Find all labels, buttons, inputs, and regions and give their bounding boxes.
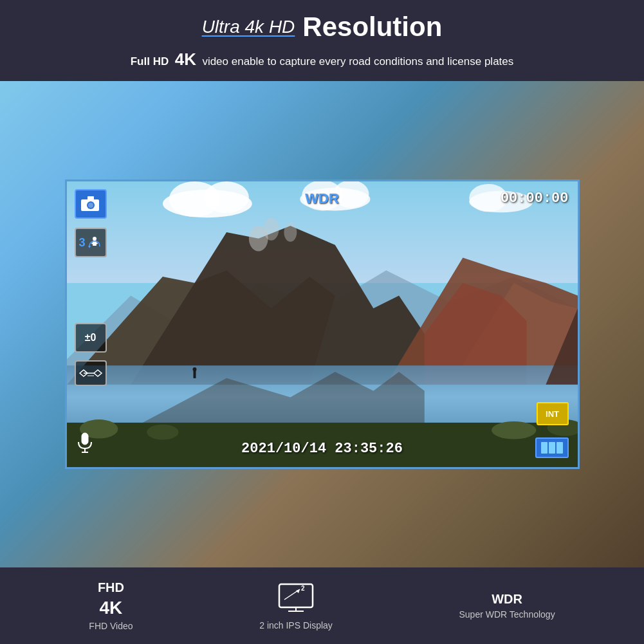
page-wrapper: Ultra 4k HD Resolution Full HD 4K video … bbox=[0, 0, 644, 644]
battery-bar-3 bbox=[557, 442, 563, 454]
ev-box: ±0 bbox=[75, 323, 107, 353]
wdr-text: WDR bbox=[305, 190, 339, 207]
loop-number: 3 bbox=[78, 236, 85, 250]
svg-point-34 bbox=[93, 237, 97, 241]
svg-marker-38 bbox=[88, 246, 91, 248]
wdr-label-sub: Super WDR Technology bbox=[459, 609, 555, 620]
resolution-label: Resolution bbox=[302, 12, 442, 42]
mic-svg bbox=[76, 432, 94, 454]
ev-label: ±0 bbox=[85, 332, 97, 344]
feature-display: 2 2 inch IPS Display bbox=[259, 582, 333, 630]
camera-section: 3 bbox=[0, 81, 644, 567]
battery-bar-1 bbox=[541, 442, 547, 454]
svg-text:2: 2 bbox=[301, 585, 305, 592]
svg-rect-45 bbox=[279, 584, 313, 607]
ultra4k-label: Ultra 4k HD bbox=[202, 17, 295, 37]
loop-icon-inner: 3 bbox=[78, 236, 102, 250]
camera-mode-icon bbox=[75, 189, 107, 219]
fullhd-label: Full HD bbox=[131, 55, 169, 68]
viewfinder: 3 bbox=[65, 179, 580, 469]
timecode: 00:00:00 bbox=[501, 190, 569, 207]
viewfinder-overlay: 3 bbox=[67, 181, 578, 467]
mic-icon bbox=[76, 432, 94, 458]
header-title-row: Ultra 4k HD Resolution bbox=[13, 12, 631, 42]
battery-icon bbox=[535, 437, 569, 458]
loop-icon-box: 3 bbox=[75, 228, 107, 257]
wdr-label-top: WDR bbox=[492, 592, 522, 607]
stabilizer-svg bbox=[78, 365, 103, 382]
feature-wdr: WDR Super WDR Technology bbox=[459, 592, 555, 620]
header-subtitle: Full HD 4K video enable to capture every… bbox=[13, 48, 631, 71]
fhd-label-sub: FHD Video bbox=[89, 621, 133, 631]
fourk-label-large: 4K bbox=[100, 598, 123, 618]
header-section: Ultra 4k HD Resolution Full HD 4K video … bbox=[0, 0, 644, 81]
bottom-section: FHD 4K FHD Video 2 2 inch IPS Display WD… bbox=[0, 567, 644, 644]
svg-rect-42 bbox=[82, 433, 88, 445]
feature-fhd: FHD 4K FHD Video bbox=[89, 580, 133, 631]
loop-svg bbox=[87, 236, 102, 249]
display-svg-icon: 2 bbox=[277, 582, 315, 614]
fhd-label-top: FHD bbox=[98, 580, 124, 595]
stabilizer-box bbox=[75, 360, 107, 386]
battery-bar-2 bbox=[549, 442, 555, 454]
fourk-label: 4K bbox=[175, 50, 196, 69]
display-label: 2 inch IPS Display bbox=[259, 620, 333, 630]
svg-point-33 bbox=[88, 203, 93, 208]
subtitle-text: video enable to capture every road condi… bbox=[202, 55, 513, 68]
int-badge: INT bbox=[537, 402, 569, 425]
datetime-overlay: 2021/10/14 23:35:26 bbox=[241, 441, 403, 457]
svg-rect-31 bbox=[87, 196, 94, 200]
camera-svg bbox=[80, 196, 101, 212]
